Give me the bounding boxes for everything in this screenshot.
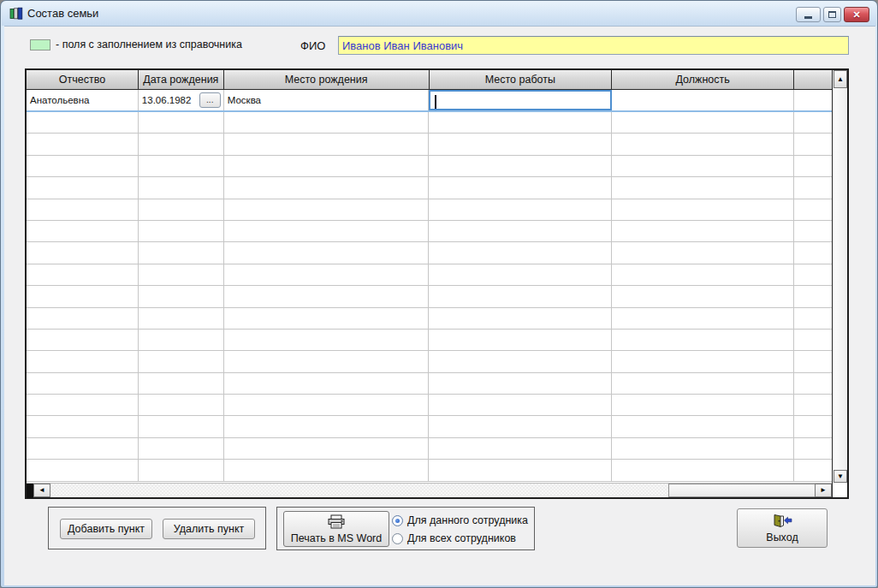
table-cell[interactable] <box>27 395 139 415</box>
table-cell[interactable] <box>27 242 139 263</box>
table-cell[interactable] <box>794 373 832 394</box>
table-cell[interactable] <box>27 264 139 285</box>
table-cell[interactable] <box>429 199 612 220</box>
scroll-right-icon[interactable]: ► <box>815 484 832 497</box>
table-cell[interactable] <box>139 308 224 329</box>
table-cell[interactable] <box>429 373 612 394</box>
table-cell[interactable] <box>27 330 139 350</box>
table-cell[interactable] <box>794 460 832 480</box>
table-cell[interactable] <box>224 416 430 437</box>
table-cell[interactable] <box>429 416 612 437</box>
table-cell[interactable] <box>139 330 224 350</box>
table-cell[interactable] <box>429 156 612 176</box>
table-cell[interactable] <box>794 156 832 176</box>
radio-current-label[interactable]: Для данного сотрудника <box>407 514 528 526</box>
table-cell[interactable] <box>27 177 139 198</box>
table-cell[interactable] <box>794 112 832 133</box>
table-cell[interactable] <box>612 242 794 263</box>
table-cell[interactable] <box>612 460 794 480</box>
table-cell[interactable] <box>139 112 224 133</box>
table-cell[interactable] <box>794 330 832 350</box>
delete-item-button[interactable]: Удалить пункт <box>163 519 255 539</box>
table-cell[interactable] <box>612 177 794 198</box>
table-cell[interactable] <box>224 438 430 459</box>
table-cell[interactable] <box>27 416 139 437</box>
radio-all-employees[interactable]: Для всех сотрудников <box>392 532 516 544</box>
table-cell[interactable] <box>612 395 794 415</box>
table-cell[interactable] <box>224 221 430 241</box>
table-cell[interactable] <box>429 460 612 480</box>
table-cell[interactable] <box>27 373 139 394</box>
table-cell[interactable] <box>224 330 430 350</box>
table-cell[interactable] <box>139 351 224 371</box>
table-cell[interactable] <box>27 438 139 459</box>
table-cell[interactable] <box>139 199 224 220</box>
table-cell[interactable] <box>429 351 612 371</box>
table-cell[interactable] <box>139 177 224 198</box>
table-cell[interactable] <box>224 373 430 394</box>
table-cell[interactable] <box>139 221 224 241</box>
table-cell[interactable] <box>139 438 224 459</box>
table-cell[interactable] <box>27 286 139 306</box>
table-cell[interactable] <box>139 286 224 306</box>
table-cell[interactable] <box>612 199 794 220</box>
radio-unselected-icon[interactable] <box>392 533 403 544</box>
minimize-button[interactable] <box>796 7 821 22</box>
table-cell[interactable] <box>429 308 612 329</box>
table-cell[interactable] <box>612 438 794 459</box>
radio-current-employee[interactable]: Для данного сотрудника <box>392 514 528 526</box>
table-cell[interactable] <box>224 351 430 371</box>
table-cell[interactable] <box>612 373 794 394</box>
table-cell[interactable] <box>612 330 794 350</box>
table-cell[interactable] <box>429 264 612 285</box>
table-cell[interactable] <box>612 286 794 306</box>
table-cell[interactable] <box>139 373 224 394</box>
table-cell[interactable] <box>794 351 832 371</box>
table-cell[interactable] <box>224 134 430 154</box>
table-cell[interactable] <box>139 156 224 176</box>
table-cell[interactable] <box>224 286 430 306</box>
extra-cell[interactable] <box>794 90 832 110</box>
horizontal-scrollbar-thumb[interactable] <box>668 484 818 497</box>
table-cell[interactable] <box>27 308 139 329</box>
add-item-button[interactable]: Добавить пункт <box>60 519 152 539</box>
radio-selected-icon[interactable] <box>392 515 403 526</box>
exit-button[interactable]: Выход <box>737 508 828 548</box>
birth-date-cell[interactable]: 13.06.1982 ... <box>139 90 224 110</box>
titlebar[interactable]: Состав семьи ✕ <box>2 1 876 26</box>
maximize-button[interactable] <box>823 7 841 22</box>
table-cell[interactable] <box>794 286 832 306</box>
table-cell[interactable] <box>794 199 832 220</box>
radio-all-label[interactable]: Для всех сотрудников <box>407 532 516 544</box>
table-cell[interactable] <box>612 264 794 285</box>
table-cell[interactable] <box>27 221 139 241</box>
table-cell[interactable] <box>429 242 612 263</box>
table-cell[interactable] <box>612 112 794 133</box>
table-cell[interactable] <box>224 242 430 263</box>
table-cell[interactable] <box>224 112 430 133</box>
table-cell[interactable] <box>139 395 224 415</box>
table-cell[interactable] <box>27 112 139 133</box>
table-cell[interactable] <box>27 156 139 176</box>
work-place-cell-focused[interactable] <box>429 90 612 110</box>
table-cell[interactable] <box>139 416 224 437</box>
table-cell[interactable] <box>139 264 224 285</box>
table-cell[interactable] <box>27 199 139 220</box>
table-cell[interactable] <box>429 395 612 415</box>
table-cell[interactable] <box>612 308 794 329</box>
date-picker-button[interactable]: ... <box>199 92 221 108</box>
table-cell[interactable] <box>794 221 832 241</box>
print-word-button[interactable]: Печать в MS Word <box>283 511 389 547</box>
table-cell[interactable] <box>794 395 832 415</box>
table-cell[interactable] <box>139 242 224 263</box>
table-cell[interactable] <box>429 330 612 350</box>
vertical-scrollbar[interactable]: ▲ ▼ <box>832 70 847 483</box>
table-cell[interactable] <box>612 416 794 437</box>
table-cell[interactable] <box>224 156 430 176</box>
table-cell[interactable] <box>429 177 612 198</box>
close-button[interactable]: ✕ <box>844 7 869 22</box>
table-cell[interactable] <box>612 156 794 176</box>
table-cell[interactable] <box>429 438 612 459</box>
scroll-down-icon[interactable]: ▼ <box>834 470 847 483</box>
table-cell[interactable] <box>612 221 794 241</box>
